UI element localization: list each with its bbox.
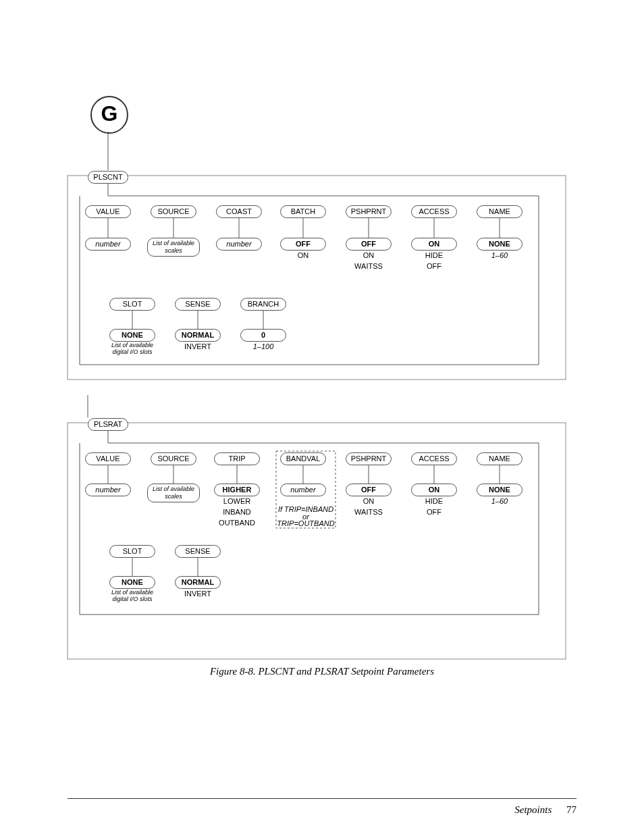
- plsrat-name-none: NONE: [477, 484, 522, 496]
- plsrat-trip-higher: HIGHER: [214, 484, 260, 496]
- plsrat-pshprnt-waitss: WAITSS: [346, 508, 392, 516]
- plsrat-pshprnt: PSHPRNT: [346, 452, 392, 465]
- plscnt-sense-invert: INVERT: [175, 342, 221, 350]
- plsrat-access-off: OFF: [411, 508, 457, 516]
- plscnt-pshprnt-on: ON: [346, 251, 392, 259]
- plsrat-value: VALUE: [85, 452, 131, 465]
- plsrat-bandval-note3: TRIP=OUTBAND: [277, 519, 335, 527]
- plscnt-name: NAME: [477, 205, 522, 218]
- plsrat-trip-inband: INBAND: [214, 508, 260, 516]
- plsrat-trip: TRIP: [214, 452, 260, 465]
- plscnt-access-on: ON: [411, 238, 457, 251]
- plscnt-sense-normal: NORMAL: [175, 329, 221, 342]
- plsrat-access: ACCESS: [411, 452, 457, 465]
- page-footer: Setpoints 77: [68, 798, 576, 799]
- plscnt-branch-range: 1–100: [240, 342, 286, 350]
- plsrat-access-hide: HIDE: [411, 497, 457, 505]
- plsrat-pshprnt-on: ON: [346, 497, 392, 505]
- plscnt-value: VALUE: [85, 205, 131, 218]
- plsrat-slot: SLOT: [109, 545, 155, 558]
- plscnt-slot-list: List of available digital I/O slots: [106, 342, 159, 355]
- plsrat-source: SOURCE: [151, 452, 196, 465]
- plscnt-access: ACCESS: [411, 205, 457, 218]
- plsrat-name-range: 1–60: [477, 497, 522, 505]
- plscnt-value-opt: number: [85, 238, 131, 251]
- plsrat-slot-list: List of available digital I/O slots: [106, 589, 159, 602]
- plscnt-access-hide: HIDE: [411, 251, 457, 259]
- plscnt-label: PLSCNT: [88, 171, 128, 184]
- plscnt-batch: BATCH: [280, 205, 326, 218]
- plscnt-source: SOURCE: [151, 205, 196, 218]
- plsrat-sense-invert: INVERT: [175, 590, 221, 598]
- plscnt-slot: SLOT: [109, 298, 155, 311]
- plsrat-sense-normal: NORMAL: [175, 576, 221, 589]
- plsrat-pshprnt-off: OFF: [346, 484, 392, 496]
- plsrat-trip-lower: LOWER: [214, 497, 260, 505]
- plscnt-name-range: 1–60: [477, 251, 522, 259]
- plsrat-bandval-opt: number: [280, 484, 326, 496]
- plscnt-sense: SENSE: [175, 298, 221, 311]
- plsrat-access-on: ON: [411, 484, 457, 496]
- plscnt-coast-opt: number: [216, 238, 262, 251]
- plscnt-access-off: OFF: [411, 262, 457, 270]
- plscnt-batch-on: ON: [280, 251, 326, 259]
- plscnt-pshprnt-waitss: WAITSS: [346, 262, 392, 270]
- plsrat-name: NAME: [477, 452, 522, 465]
- plsrat-trip-outband: OUTBAND: [214, 519, 260, 527]
- plscnt-pshprnt-off: OFF: [346, 238, 392, 251]
- plscnt-batch-off: OFF: [280, 238, 326, 251]
- plsrat-bandval: BANDVAL: [280, 452, 326, 465]
- footer-section: Setpoints: [514, 804, 552, 815]
- page: G PLSCNT VALUE SOURCE COAST BATCH PSHPRN…: [0, 0, 644, 834]
- plscnt-pshprnt: PSHPRNT: [346, 205, 392, 218]
- plsrat-label: PLSRAT: [88, 418, 128, 431]
- plscnt-name-none: NONE: [477, 238, 522, 251]
- plsrat-value-opt: number: [85, 484, 131, 496]
- plscnt-branch: BRANCH: [240, 298, 286, 311]
- plscnt-coast: COAST: [216, 205, 262, 218]
- plscnt-source-opt: List of available scales: [147, 238, 200, 257]
- figure-caption: Figure 8-8. PLSCNT and PLSRAT Setpoint P…: [0, 666, 644, 677]
- footer-page-number: 77: [566, 804, 576, 815]
- plscnt-branch-0: 0: [240, 329, 286, 342]
- plsrat-source-opt: List of available scales: [147, 484, 200, 502]
- plsrat-slot-none: NONE: [109, 576, 155, 589]
- plsrat-sense: SENSE: [175, 545, 221, 558]
- start-node-g: G: [90, 96, 128, 134]
- plscnt-slot-none: NONE: [109, 329, 155, 342]
